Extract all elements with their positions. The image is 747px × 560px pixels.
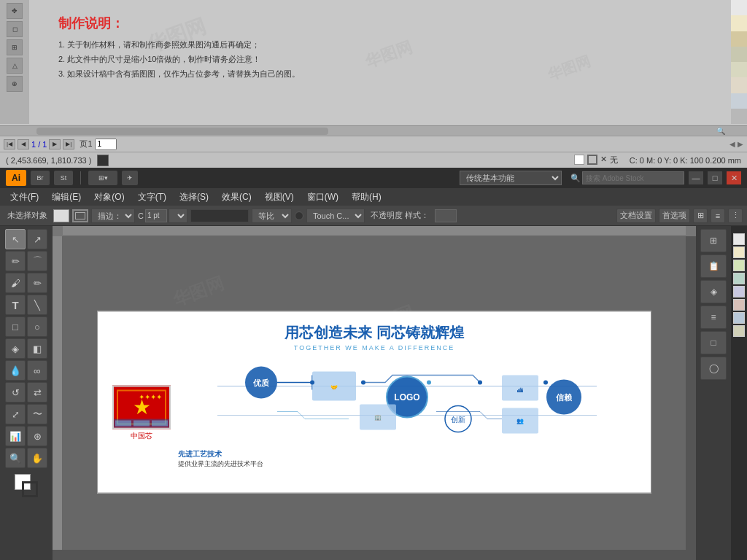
gradient-tool[interactable]: ◧ [27,338,47,359]
search-input[interactable] [582,171,684,184]
menu-help[interactable]: 帮助(H) [346,190,387,205]
menu-effect[interactable]: 效果(C) [216,190,258,205]
ellipse-tool[interactable]: ○ [27,316,47,337]
line-tool[interactable]: ╲ [27,295,47,315]
far-palette-3[interactable] [733,260,745,271]
far-palette-5[interactable] [733,286,745,298]
stroke-type-select[interactable]: 描边： [91,209,135,223]
close-btn[interactable]: ✕ [727,171,741,184]
far-palette-1[interactable] [733,233,745,245]
tool-row-3: 🖌 ✏ [1,273,51,293]
rect-tool[interactable]: □ [5,316,26,337]
reflect-tool[interactable]: ⇄ [27,382,47,402]
h-scrollbar-track[interactable] [63,550,686,560]
svg-point-24 [543,381,548,385]
page-input[interactable] [95,139,117,150]
play-button[interactable]: ▶ [97,155,109,166]
menu-object[interactable]: 对象(O) [88,190,130,205]
preferences-btn[interactable]: 首选项 [659,209,690,223]
palette-color-1[interactable] [731,0,747,15]
tool-icon-2[interactable]: ◻ [7,21,23,37]
pathfinder-btn[interactable]: □ [700,331,727,354]
align-btn[interactable]: ≡ [711,209,725,223]
artboard-content: 用芯创造未来 同芯铸就辉煌 TOGETHER WE MAKE A DIFFERE… [98,312,651,493]
palette-color-2[interactable] [731,15,747,31]
brush-tool[interactable]: 🖌 [5,273,26,293]
bridge-tab[interactable]: Br [31,171,50,185]
transform-panel-btn[interactable]: ⊞ [700,229,727,252]
zoom-tool[interactable]: 🔍 [5,448,26,468]
tool-icon-1[interactable]: ✥ [7,3,23,19]
far-palette-7[interactable] [733,312,745,324]
palette-color-3[interactable] [731,31,747,47]
canvas-area[interactable]: 华图网 华图网 华图网 用芯创造未来 同芯铸就辉煌 TOGETHER WE MA… [63,236,686,550]
stroke-box[interactable] [22,481,38,497]
v-scrollbar[interactable] [686,236,696,550]
nav-first[interactable]: |◀ [4,139,15,149]
tool-icon-4[interactable]: △ [7,58,23,74]
palette-color-6[interactable] [731,77,747,93]
workspace-selector[interactable]: 传统基本功能 [460,171,562,185]
far-palette-2[interactable] [733,246,745,258]
far-palette-6[interactable] [733,299,745,311]
doc-settings-btn[interactable]: 文档设置 [616,209,656,223]
paint-bucket[interactable]: ◈ [5,338,26,359]
layout-toggle[interactable]: ⊞▾ [88,171,117,185]
menu-file[interactable]: 文件(F) [4,190,44,205]
scale-tool[interactable]: ⤢ [5,404,26,424]
symbol-tool[interactable]: ⊛ [27,426,47,446]
tool-icon-3[interactable]: ⊞ [7,39,23,55]
touch-select[interactable]: Touch C... [306,209,365,223]
blend-tool[interactable]: ∞ [27,360,47,381]
menu-select[interactable]: 选择(S) [174,190,214,205]
nav-prev[interactable]: ◀ [18,139,29,149]
warp-tool[interactable]: 〜 [27,404,47,424]
minimize-btn[interactable]: — [689,171,703,184]
align-panel-btn[interactable]: ≡ [700,306,727,329]
scrollbar-thumb[interactable] [36,128,328,135]
far-palette-4[interactable] [733,273,745,284]
text-tool[interactable]: T [5,295,26,315]
equal-ratio-select[interactable]: 等比 [252,209,292,223]
stroke-color-box[interactable] [72,209,88,222]
direct-selection-tool[interactable]: ↗ [27,229,47,249]
palette-color-7[interactable] [731,93,747,109]
selection-tool[interactable]: ↖ [5,229,26,249]
stroke-width-input[interactable] [145,209,167,222]
fill-color-box[interactable] [53,209,69,222]
symbols-panel-btn[interactable]: ◈ [700,280,727,303]
pencil-tool[interactable]: ✏ [27,273,47,293]
nav-last[interactable]: ▶| [63,139,74,149]
grid-btn[interactable]: ⊞ [693,209,708,223]
nav-next[interactable]: ▶ [49,139,61,149]
menu-text[interactable]: 文字(T) [132,190,172,205]
menu-edit[interactable]: 编辑(E) [46,190,87,205]
far-palette-8[interactable] [733,325,745,337]
stroke-unit-select[interactable]: pt [169,209,187,223]
graph-tool[interactable]: 📊 [5,426,26,446]
scroll-arrows[interactable]: ◀ ▶ [729,140,743,148]
menu-window[interactable]: 窗口(W) [301,190,344,205]
palette-color-5[interactable] [731,62,747,77]
hand-tool[interactable]: ✋ [27,448,47,468]
tool-icon-5[interactable]: ⊕ [7,76,23,92]
curvature-tool[interactable]: ⌒ [27,251,47,271]
appearance-btn[interactable]: ◯ [700,357,727,380]
more-btn[interactable]: ⋮ [728,209,743,223]
eyedropper-tool[interactable]: 💧 [5,360,26,381]
maximize-btn[interactable]: □ [708,171,722,184]
palette-color-8[interactable] [731,109,747,124]
zoom-icon[interactable]: 🔍 [716,127,725,135]
pen-tool[interactable]: ✏ [5,251,26,271]
send-icon[interactable]: ✈ [122,171,138,185]
h-scrollbar[interactable]: 🔍 [0,125,747,136]
stock-tab[interactable]: St [54,171,73,185]
layers-panel-btn[interactable]: 📋 [700,254,727,278]
opacity-label: 不透明度 样式： [368,209,432,223]
rotate-tool[interactable]: ↺ [5,382,26,402]
ruler-row [53,226,696,236]
canvas-watermark-1: 华图网 [170,272,228,312]
search-area: 🔍 [570,171,684,184]
palette-color-4[interactable] [731,47,747,62]
menu-view[interactable]: 视图(V) [259,190,300,205]
